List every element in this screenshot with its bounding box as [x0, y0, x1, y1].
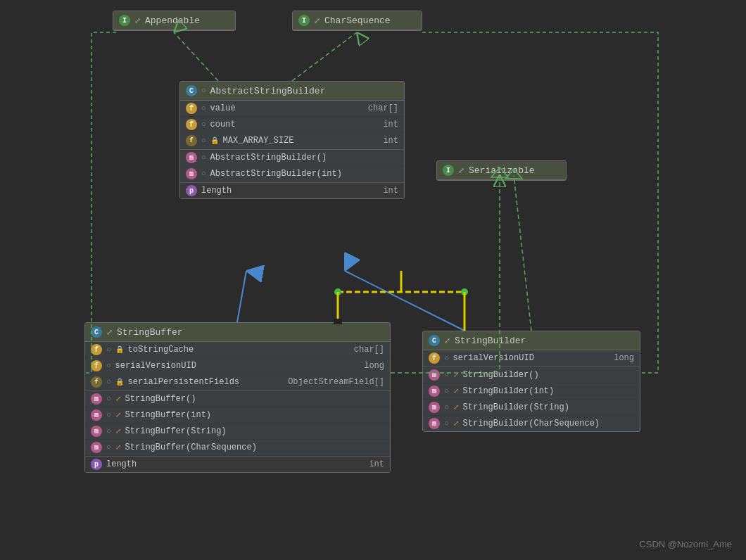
charsequence-link-icon: ⤢ [314, 16, 320, 25]
string-builder-header: C ⤢ StringBuilder [423, 331, 640, 350]
charsequence-header: I ⤢ CharSequence [293, 11, 422, 30]
method-string-builder-char-sequence: m ○ ⤢ StringBuilder(CharSequence) [423, 416, 640, 431]
field-count: f ○ count int [180, 117, 404, 133]
appendable-class: I ⤢ Appendable [113, 11, 236, 31]
method-string-buffer-string: m ○ ⤢ StringBuffer(String) [85, 424, 390, 440]
string-buffer-property-length: p length int [85, 456, 390, 472]
method-string-builder-default: m ○ ⤢ StringBuilder() [423, 367, 640, 383]
method-string-buffer-int: m ○ ⤢ StringBuffer(int) [85, 407, 390, 424]
green-dot-right [461, 288, 468, 295]
asb-to-appendable-arrow [174, 32, 218, 81]
string-builder-class: C ⤢ StringBuilder f ○ serialVersionUID l… [422, 331, 640, 432]
abstract-string-builder-title: AbstractStringBuilder [210, 86, 326, 96]
charsequence-class: I ⤢ CharSequence [292, 11, 422, 31]
method-string-builder-int: m ○ ⤢ StringBuilder(int) [423, 383, 640, 400]
method-string-builder-string: m ○ ⤢ StringBuilder(String) [423, 400, 640, 416]
string-builder-title: StringBuilder [455, 336, 526, 346]
serializable-badge: I [443, 165, 454, 176]
method-string-buffer-char-sequence: m ○ ⤢ StringBuffer(CharSequence) [85, 440, 390, 456]
field-to-string-cache: f ○ 🔒 toStringCache char[] [85, 342, 390, 358]
method-abstract-string-builder-default: m ○ AbstractStringBuilder() [180, 149, 404, 166]
serializable-link-icon: ⤢ [458, 166, 464, 175]
string-buffer-header: C ⤢ StringBuffer [85, 323, 390, 342]
green-dot-left [334, 288, 341, 295]
field-serial-version-uid: f ○ serialVersionUID long [85, 358, 390, 374]
string-buffer-class: C ⤢ StringBuffer f ○ 🔒 toStringCache cha… [84, 322, 391, 473]
asb-to-charsequence-arrow [292, 32, 357, 81]
appendable-title: Appendable [145, 15, 200, 26]
serializable-header: I ⤢ Serializable [437, 161, 566, 180]
field-value: f ○ value char[] [180, 101, 404, 117]
string-buffer-badge: C [91, 326, 102, 338]
string-buffer-title: StringBuffer [117, 327, 183, 338]
method-abstract-string-builder-int: m ○ AbstractStringBuilder(int) [180, 166, 404, 182]
abstract-string-builder-class: C ○ AbstractStringBuilder f ○ value char… [179, 81, 405, 199]
charsequence-badge: I [298, 15, 310, 26]
diagram-container: I ⤢ Appendable I ⤢ CharSequence I ⤢ Seri… [0, 0, 746, 560]
string-builder-badge: C [429, 335, 440, 346]
stringbuffer-extends-asb-arrow [237, 271, 246, 322]
watermark: CSDN @Nozomi_Ame [639, 539, 732, 549]
field-max-array-size: f ○ 🔒 MAX_ARRAY_SIZE int [180, 133, 404, 149]
field-serial-persistent-fields: f ○ 🔒 serialPersistentFields ObjectStrea… [85, 374, 390, 390]
appendable-badge: I [119, 15, 130, 26]
abstract-string-builder-body: f ○ value char[] f ○ count int f ○ 🔒 MAX… [180, 101, 404, 198]
abstract-string-builder-badge: C [186, 85, 197, 96]
appendable-link-icon: ⤢ [134, 16, 141, 25]
string-builder-body: f ○ serialVersionUID long m ○ ⤢ StringBu… [423, 350, 640, 431]
string-buffer-body: f ○ 🔒 toStringCache char[] f ○ serialVer… [85, 342, 390, 472]
method-string-buffer-default: m ○ ⤢ StringBuffer() [85, 390, 390, 407]
serializable-title: Serializable [469, 165, 535, 176]
lock-icon: 🔒 [210, 136, 219, 145]
charsequence-title: CharSequence [324, 15, 391, 26]
appendable-header: I ⤢ Appendable [113, 11, 235, 30]
property-length: p length int [180, 182, 404, 198]
abstract-string-builder-header: C ○ AbstractStringBuilder [180, 82, 404, 101]
serializable-class: I ⤢ Serializable [436, 160, 567, 181]
right-outer-dashed-line [422, 32, 658, 373]
sb-field-serial-version-uid: f ○ serialVersionUID long [423, 350, 640, 367]
stringbuilder-serializable-line [514, 176, 531, 331]
